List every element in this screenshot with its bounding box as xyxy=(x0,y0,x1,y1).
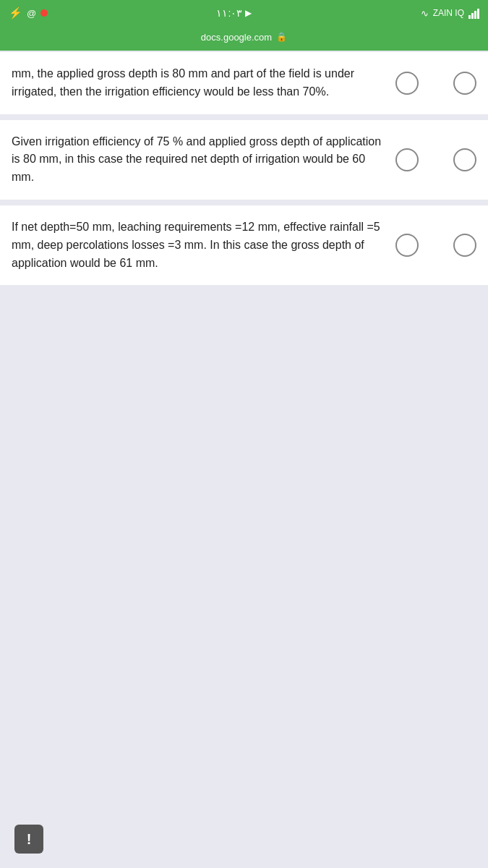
radio-false-2[interactable] xyxy=(453,148,476,171)
question-text-1: mm, the applied gross depth is 80 mm and… xyxy=(12,65,384,101)
address-bar[interactable]: docs.google.com 🔒 xyxy=(0,26,488,51)
alert-icon: ! xyxy=(27,831,32,848)
question-row-3: If net depth=50 mm, leaching requirement… xyxy=(0,205,488,285)
radio-true-3[interactable] xyxy=(395,234,419,257)
radio-false-1[interactable] xyxy=(453,72,476,95)
record-icon: ▶ xyxy=(245,8,252,18)
separator-2 xyxy=(0,201,488,204)
battery-icon: ⚡ xyxy=(9,7,22,20)
question-text-2: Given irrigation efficiency of 75 % and … xyxy=(12,133,384,187)
url-text: docs.google.com xyxy=(201,32,272,43)
radio-true-1[interactable] xyxy=(395,72,419,95)
question-text-3: If net depth=50 mm, leaching requirement… xyxy=(12,218,384,272)
time-display: ١١:٠٣ xyxy=(216,7,242,19)
alert-button[interactable]: ! xyxy=(14,825,43,854)
main-content: mm, the applied gross depth is 80 mm and… xyxy=(0,52,488,330)
separator-1 xyxy=(0,116,488,119)
wifi-icon: @ xyxy=(27,8,36,19)
radio-options-1 xyxy=(395,72,476,95)
radio-options-3 xyxy=(395,234,476,257)
radio-options-2 xyxy=(395,148,476,171)
radio-true-2[interactable] xyxy=(395,148,419,171)
question-row-2: Given irrigation efficiency of 75 % and … xyxy=(0,120,488,200)
dot-indicator xyxy=(40,9,48,17)
status-bar-right: ∿ ZAIN IQ xyxy=(421,7,479,19)
question-row-1: mm, the applied gross depth is 80 mm and… xyxy=(0,52,488,114)
radio-false-3[interactable] xyxy=(453,234,476,257)
status-bar-center: ١١:٠٣ ▶ xyxy=(216,7,252,19)
status-bar-left: ⚡ @ xyxy=(9,7,48,20)
status-bar: ⚡ @ ١١:٠٣ ▶ ∿ ZAIN IQ xyxy=(0,0,488,26)
wifi-signal-icon: ∿ xyxy=(421,8,429,19)
signal-bars xyxy=(468,7,479,19)
lock-icon: 🔒 xyxy=(276,32,287,42)
carrier-name: ZAIN IQ xyxy=(433,8,464,18)
